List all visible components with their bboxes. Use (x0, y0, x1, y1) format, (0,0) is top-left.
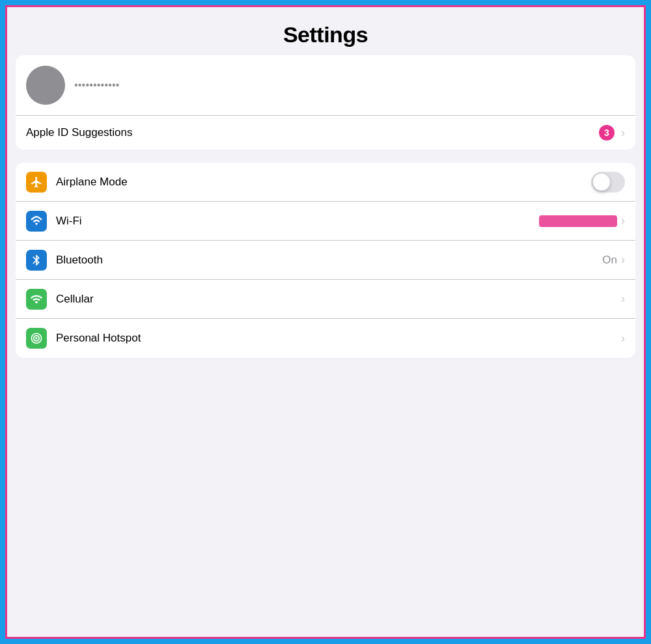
cellular-icon (30, 293, 43, 306)
page-title: Settings (16, 22, 635, 47)
bluetooth-value-wrapper: On › (602, 253, 625, 267)
settings-group: Airplane Mode Wi-Fi › (16, 163, 635, 358)
apple-id-card: •••••••••••• Apple ID Suggestions 3 › (16, 55, 635, 150)
hotspot-value-wrapper: › (621, 332, 625, 345)
header: Settings (3, 3, 648, 55)
bluetooth-value: On (602, 254, 617, 267)
wifi-network-redacted (539, 215, 617, 227)
content-area: •••••••••••• Apple ID Suggestions 3 › (3, 55, 648, 641)
airplane-mode-toggle-wrapper (591, 172, 625, 193)
bluetooth-icon (30, 254, 43, 267)
wifi-label: Wi-Fi (56, 215, 539, 228)
suggestions-badge: 3 (599, 125, 615, 141)
bluetooth-chevron-icon: › (621, 253, 625, 267)
airplane-mode-row[interactable]: Airplane Mode (16, 163, 635, 202)
bluetooth-icon-wrapper (26, 250, 47, 271)
hotspot-icon-wrapper (26, 328, 47, 349)
toggle-knob (593, 174, 610, 191)
wifi-value-wrapper: › (539, 214, 625, 228)
cellular-value-wrapper: › (621, 292, 625, 306)
avatar (26, 66, 65, 105)
apple-id-profile-row[interactable]: •••••••••••• (16, 55, 635, 116)
suggestions-chevron-icon: › (621, 126, 625, 140)
wifi-icon-wrapper (26, 211, 47, 232)
personal-hotspot-row[interactable]: Personal Hotspot › (16, 319, 635, 358)
bluetooth-label: Bluetooth (56, 254, 602, 267)
airplane-icon (30, 176, 43, 189)
cellular-chevron-icon: › (621, 292, 625, 306)
personal-hotspot-label: Personal Hotspot (56, 332, 621, 345)
apple-id-suggestions-row[interactable]: Apple ID Suggestions 3 › (16, 116, 635, 150)
wifi-row[interactable]: Wi-Fi › (16, 202, 635, 241)
airplane-mode-toggle[interactable] (591, 172, 625, 193)
wifi-chevron-icon: › (621, 214, 625, 228)
suggestions-label: Apple ID Suggestions (26, 126, 133, 139)
airplane-mode-icon-wrapper (26, 172, 47, 193)
airplane-mode-label: Airplane Mode (56, 176, 591, 189)
suggestions-right: 3 › (599, 125, 625, 141)
cellular-label: Cellular (56, 293, 621, 306)
profile-name-placeholder: •••••••••••• (74, 79, 120, 91)
cellular-icon-wrapper (26, 289, 47, 310)
hotspot-chevron-icon: › (621, 332, 625, 345)
wifi-icon (30, 215, 43, 228)
bluetooth-row[interactable]: Bluetooth On › (16, 241, 635, 280)
cellular-row[interactable]: Cellular › (16, 280, 635, 319)
hotspot-icon (30, 332, 43, 345)
